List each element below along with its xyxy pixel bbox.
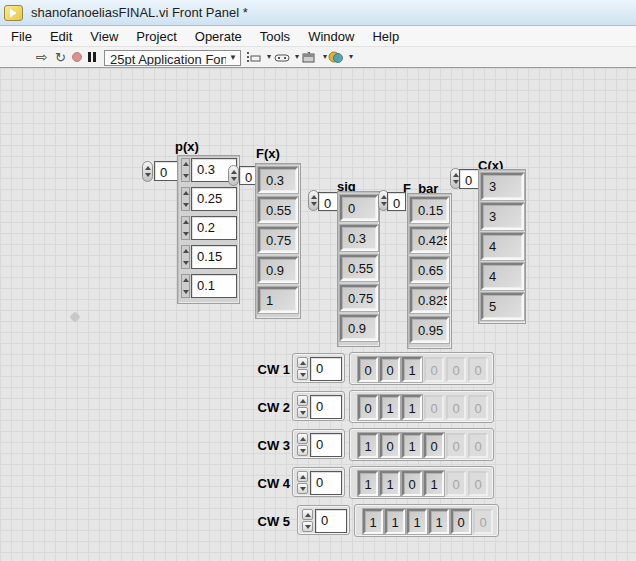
spinner-up-arrow	[453, 173, 459, 177]
numeric-indicator: 1	[258, 287, 298, 313]
codeword-bit: 0	[358, 357, 378, 382]
spinner-down-arrow	[300, 373, 306, 377]
spinner-up-arrow	[183, 278, 189, 282]
codeword-bit-unused: 0	[424, 395, 444, 420]
chevron-down-icon: ▾	[346, 50, 356, 64]
menu-item-window[interactable]: Window	[299, 27, 363, 46]
menu-item-tools[interactable]: Tools	[251, 27, 299, 46]
codeword-index-control: 0	[297, 505, 350, 535]
codeword-bit-unused: 0	[446, 433, 466, 458]
codeword-bit-unused: 0	[446, 395, 466, 420]
spinner-down-button[interactable]	[297, 483, 308, 494]
align-objects-button[interactable]: ▾	[246, 49, 274, 65]
window-title: shanofanoeliasFINAL.vi Front Panel *	[31, 5, 248, 20]
array-label-px: p(x)	[175, 139, 199, 154]
index-field[interactable]: 0	[315, 509, 347, 533]
spinner-up-button[interactable]	[297, 433, 308, 444]
increment-decrement[interactable]	[181, 216, 190, 240]
increment-decrement[interactable]	[181, 274, 190, 298]
codeword-array: 110100	[349, 466, 494, 499]
codeword-bit-unused: 0	[424, 357, 444, 382]
spinner-up-arrow	[381, 195, 387, 199]
spinner-up-button[interactable]	[297, 357, 308, 368]
spinner-down-button[interactable]	[302, 521, 313, 532]
increment-decrement[interactable]	[181, 245, 190, 269]
spinner-up-button[interactable]	[297, 471, 308, 482]
codeword-bit: 0	[402, 471, 422, 496]
index-field[interactable]: 0	[310, 433, 342, 457]
menu-item-file[interactable]: File	[2, 27, 41, 46]
index-spinner[interactable]	[142, 161, 153, 182]
codeword-array: 101000	[349, 428, 494, 461]
reorder-button[interactable]: ▾	[328, 49, 356, 65]
spinner-down-arrow	[381, 202, 387, 206]
numeric-indicator: 0.9	[340, 315, 378, 341]
codeword-bit: 1	[380, 471, 400, 496]
codeword-bit: 1	[402, 433, 422, 458]
numeric-indicator: 0	[340, 195, 378, 221]
spinner-down-arrow	[231, 177, 237, 181]
index-field[interactable]: 0	[387, 192, 406, 211]
font-selector-value: 25pt Application Font	[105, 51, 226, 66]
distribute-objects-icon	[274, 51, 290, 64]
abort-button[interactable]	[72, 49, 82, 65]
spinner-up-button[interactable]	[302, 509, 313, 520]
spinner-down-arrow	[183, 261, 189, 265]
abort-icon	[72, 52, 82, 62]
spinner-down-arrow	[300, 449, 306, 453]
spinner-up-button[interactable]	[297, 395, 308, 406]
run-button[interactable]: ⇨	[36, 49, 48, 65]
numeric-indicator: 0.425	[410, 227, 449, 253]
menu-item-operate[interactable]: Operate	[186, 27, 251, 46]
spinner-down-arrow	[305, 525, 311, 529]
menu-item-project[interactable]: Project	[127, 27, 185, 46]
spinner-down-arrow	[145, 173, 151, 177]
codeword-label: CW 3	[256, 438, 290, 453]
index-spinner[interactable]	[228, 165, 239, 186]
increment-decrement[interactable]	[181, 187, 190, 211]
menu-item-view[interactable]: View	[81, 27, 127, 46]
numeric-control[interactable]: 0.25	[191, 187, 237, 211]
codeword-bit: 1	[402, 395, 422, 420]
numeric-control[interactable]: 0.1	[191, 274, 237, 298]
codeword-label: CW 4	[256, 476, 290, 491]
spinner-up-arrow	[300, 399, 306, 403]
titlebar: shanofanoeliasFINAL.vi Front Panel *	[0, 0, 636, 26]
labview-window: shanofanoeliasFINAL.vi Front Panel * Fil…	[0, 0, 636, 561]
spinner-down-arrow	[183, 174, 189, 178]
index-field[interactable]: 0	[310, 471, 342, 495]
codeword-index-control: 0	[292, 467, 345, 497]
spinner-down-arrow	[183, 203, 189, 207]
codeword-bit: 1	[402, 357, 422, 382]
codeword-bit-unused: 0	[468, 357, 488, 382]
array-label-fx: F(x)	[256, 146, 280, 161]
codeword-label: CW 5	[256, 514, 290, 529]
font-selector[interactable]: 25pt Application Font ▼	[104, 50, 241, 66]
numeric-control[interactable]: 0.15	[191, 245, 237, 269]
index-field[interactable]: 0	[310, 357, 342, 381]
codeword-index-control: 0	[292, 391, 345, 421]
index-field[interactable]: 0	[310, 395, 342, 419]
numeric-control[interactable]: 0.2	[191, 216, 237, 240]
menu-item-help[interactable]: Help	[363, 27, 408, 46]
spinner-up-arrow	[300, 361, 306, 365]
codeword-bit: 1	[385, 509, 405, 534]
origin-marker	[69, 311, 80, 322]
codeword-bit: 1	[363, 509, 383, 534]
run-continuously-button[interactable]: ↻	[55, 49, 66, 65]
spinner-down-button[interactable]	[297, 369, 308, 380]
menu-item-edit[interactable]: Edit	[41, 27, 81, 46]
codeword-bit: 1	[380, 395, 400, 420]
spinner-down-button[interactable]	[297, 445, 308, 456]
numeric-indicator: 0.75	[258, 227, 298, 253]
increment-decrement[interactable]	[181, 158, 190, 182]
distribute-objects-button[interactable]: ▾	[274, 49, 302, 65]
spinner-up-arrow	[145, 166, 151, 170]
chevron-down-icon: ▼	[226, 51, 240, 65]
spinner-down-button[interactable]	[297, 407, 308, 418]
numeric-indicator: 0.15	[410, 197, 449, 223]
resize-objects-button[interactable]: ▾	[302, 49, 330, 65]
spinner-down-arrow	[183, 290, 189, 294]
codeword-label: CW 2	[256, 400, 290, 415]
pause-button[interactable]	[88, 49, 96, 65]
